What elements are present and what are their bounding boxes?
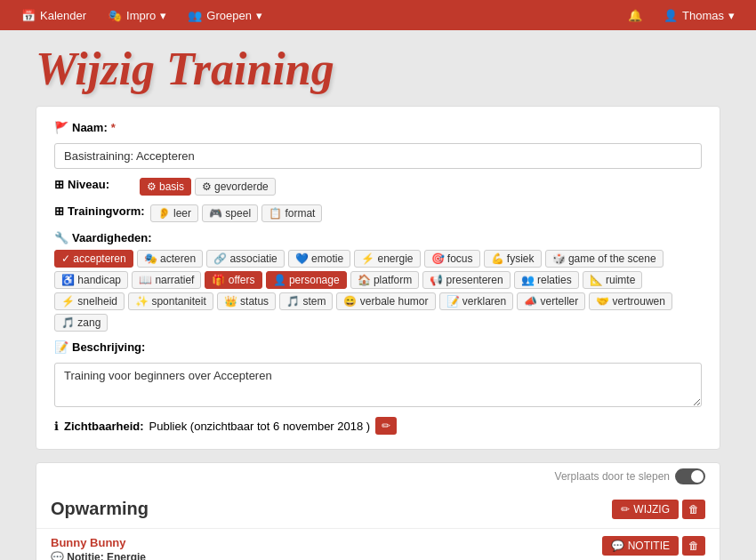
niveau-icon: ⊞	[54, 178, 64, 191]
page-title: Wijzig Training	[36, 43, 720, 95]
vaardigheden-icon: 🔧	[54, 231, 68, 244]
notification-icon: 🔔	[628, 9, 642, 22]
pencil-icon: ✏	[621, 503, 630, 516]
exercise-actions-bunnybunny: 💬 NOTITIE 🗑	[602, 536, 705, 556]
tag-accepteren[interactable]: ✓ accepteren	[54, 250, 133, 268]
exercise-notitie-bunnybunny: 💬 Notitie: Energie	[51, 551, 146, 560]
tag-icon: ⚙	[147, 180, 157, 193]
tag-handicap[interactable]: ♿ handicap	[54, 271, 128, 289]
nav-groepen-label: Groepen	[206, 9, 252, 22]
form-card: 🚩 Naam: * ⊞ Niveau: ⚙ basis ⚙ gevorderde	[36, 106, 720, 450]
tag-verteller[interactable]: 📣 verteller	[517, 292, 585, 310]
tag-vertrouwen[interactable]: 🤝 vertrouwen	[589, 292, 672, 310]
nav-groepen[interactable]: 👥 Groepen ▾	[177, 0, 273, 30]
drag-toggle-opwarming[interactable]	[675, 468, 705, 484]
navbar-right: 🔔 👤 Thomas ▾	[617, 0, 745, 30]
tag-energie[interactable]: ⚡ energie	[354, 250, 420, 268]
nav-impro-label: Impro	[126, 9, 156, 22]
user-chevron-icon: ▾	[728, 9, 735, 22]
niveau-tag-basis[interactable]: ⚙ basis	[140, 178, 191, 196]
navbar: 📅 Kalender 🎭 Impro ▾ 👥 Groepen ▾ 🔔 👤 Tho…	[0, 0, 756, 30]
tag-emotie[interactable]: 💙 emotie	[288, 250, 350, 268]
user-avatar-icon: 👤	[664, 9, 678, 22]
tag-icon: ⚙	[202, 180, 212, 193]
tag-status[interactable]: 👑 status	[217, 292, 276, 310]
zichtbaarheid-icon: ℹ	[54, 420, 59, 433]
tag-focus[interactable]: 🎯 focus	[424, 250, 480, 268]
delete-btn-opwarming[interactable]: 🗑	[682, 500, 705, 519]
trainingvorm-label: ⊞ Trainingvorm:	[54, 204, 145, 218]
exercise-header-bunnybunny: Bunny Bunny 💬 Notitie: Energie 💬 NOTITIE…	[51, 536, 705, 560]
tag-acteren[interactable]: 🎭 acteren	[137, 250, 203, 268]
niveau-label: ⊞ Niveau:	[54, 178, 134, 191]
tag-format[interactable]: 📋 format	[261, 204, 322, 222]
notification-btn[interactable]: 🔔	[617, 0, 653, 30]
tag-associatie[interactable]: 🔗 associatie	[206, 250, 285, 268]
tag-spontaniteit[interactable]: ✨ spontaniteit	[128, 292, 213, 310]
section-header-opwarming: Opwarming ✏ WIJZIG 🗑	[36, 490, 720, 529]
tag-ruimte[interactable]: 📐 ruimte	[583, 271, 643, 289]
beschrijving-row: 📝 Beschrijving:	[54, 340, 702, 354]
niveau-tags: ⚙ basis ⚙ gevorderde	[140, 178, 276, 196]
niveau-row: ⊞ Niveau: ⚙ basis ⚙ gevorderde	[54, 178, 702, 196]
drag-hint-opwarming: Verplaats door te slepen	[36, 463, 720, 490]
naam-row: 🚩 Naam: *	[54, 121, 702, 134]
tag-leer[interactable]: 👂 leer	[150, 204, 198, 222]
vaardigheden-tags: ✓ accepteren 🎭 acteren 🔗 associatie 💙 em…	[54, 250, 702, 332]
naam-input[interactable]	[54, 143, 702, 169]
wijzig-btn-opwarming[interactable]: ✏ WIJZIG	[612, 500, 679, 519]
flag-icon: 🚩	[54, 121, 68, 134]
calendar-icon: 📅	[21, 9, 36, 22]
tag-personage[interactable]: 👤 personage	[266, 271, 347, 289]
zichtbaarheid-value: Publiek (onzichtbaar tot 6 november 2018…	[149, 420, 371, 433]
tag-offers[interactable]: 🎁 offers	[205, 271, 261, 289]
drag-hint-label: Verplaats door te slepen	[555, 470, 670, 483]
section-opwarming: Verplaats door te slepen Opwarming ✏ WIJ…	[36, 462, 720, 560]
beschrijving-icon: 📝	[54, 340, 68, 354]
trainingvorm-tags: 👂 leer 🎮 speel 📋 format	[150, 204, 323, 222]
impro-icon: 🎭	[108, 9, 122, 22]
section-title-opwarming: Opwarming	[51, 499, 149, 519]
beschrijving-textarea[interactable]: Training voor beginners over Accepteren	[54, 363, 702, 407]
nav-kalender-label: Kalender	[40, 9, 86, 22]
tag-snelheid[interactable]: ⚡ snelheid	[54, 292, 125, 310]
user-name: Thomas	[682, 9, 724, 22]
user-menu[interactable]: 👤 Thomas ▾	[653, 0, 745, 30]
beschrijving-label: 📝 Beschrijving:	[54, 340, 145, 354]
chevron-down-icon-groepen: ▾	[256, 9, 262, 22]
tag-stem[interactable]: 🎵 stem	[279, 292, 333, 310]
page-wrap: Wijzig Training 🚩 Naam: * ⊞ Niveau: ⚙ ba…	[0, 30, 756, 560]
exercise-title-bunnybunny[interactable]: Bunny Bunny	[51, 536, 146, 549]
tag-narratief[interactable]: 📖 narratief	[132, 271, 201, 289]
groepen-icon: 👥	[188, 9, 202, 22]
exercise-bunnybunny: Bunny Bunny 💬 Notitie: Energie 💬 NOTITIE…	[36, 529, 720, 560]
tag-zang[interactable]: 🎵 zang	[54, 314, 108, 332]
delete-btn-bunnybunny[interactable]: 🗑	[682, 536, 705, 556]
nav-kalender[interactable]: 📅 Kalender	[11, 0, 97, 30]
tag-verbalehumor[interactable]: 😄 verbale humor	[336, 292, 435, 310]
tag-relaties[interactable]: 👥 relaties	[514, 271, 579, 289]
chat-icon: 💬	[611, 540, 624, 552]
niveau-tag-gevorderde[interactable]: ⚙ gevorderde	[195, 178, 276, 196]
chevron-down-icon: ▾	[160, 9, 166, 22]
tag-verklaren[interactable]: 📝 verklaren	[439, 292, 514, 310]
zichtbaarheid-row: ℹ Zichtbaarheid: Publiek (onzichtbaar to…	[54, 417, 702, 435]
nav-impro[interactable]: 🎭 Impro ▾	[97, 0, 177, 30]
tag-gameofthescene[interactable]: 🎲 game of the scene	[545, 250, 664, 268]
tag-speel[interactable]: 🎮 speel	[202, 204, 258, 222]
trainingvorm-row: ⊞ Trainingvorm: 👂 leer 🎮 speel 📋 format	[54, 204, 702, 222]
vaardigheden-row: 🔧 Vaardigheden: ✓ accepteren 🎭 acteren 🔗…	[54, 231, 702, 332]
section-actions-opwarming: ✏ WIJZIG 🗑	[612, 500, 705, 519]
zichtbaarheid-edit-btn[interactable]: ✏	[375, 417, 397, 435]
tag-platform[interactable]: 🏠 platform	[350, 271, 420, 289]
naam-label: 🚩 Naam: *	[54, 121, 134, 134]
trainingvorm-icon: ⊞	[54, 204, 64, 218]
required-star: *	[111, 121, 116, 134]
tag-fysiek[interactable]: 💪 fysiek	[484, 250, 542, 268]
zichtbaarheid-label: Zichtbaarheid:	[64, 420, 144, 433]
tag-presenteren[interactable]: 📢 presenteren	[422, 271, 510, 289]
vaardigheden-label: 🔧 Vaardigheden:	[54, 231, 152, 244]
notitie-btn-bunnybunny[interactable]: 💬 NOTITIE	[602, 536, 679, 556]
